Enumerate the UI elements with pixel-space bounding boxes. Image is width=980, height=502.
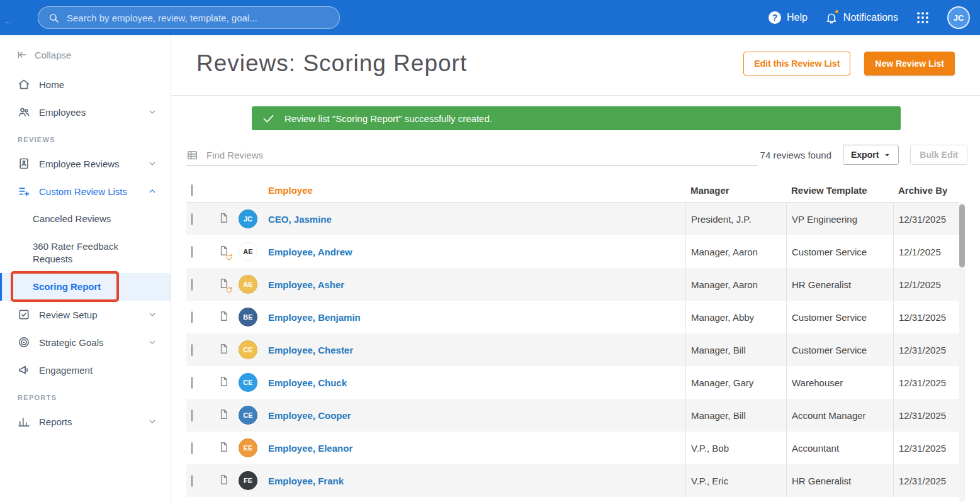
archive-by-cell: 12/31/2025 xyxy=(893,366,959,399)
employee-link[interactable]: Employee, Frank xyxy=(268,476,344,486)
row-checkbox[interactable] xyxy=(191,213,193,225)
employee-avatar: AE xyxy=(239,275,257,294)
review-doc-icon[interactable] xyxy=(218,477,229,488)
review-template-cell: Customer Service xyxy=(786,301,893,333)
review-doc-icon[interactable] xyxy=(218,379,229,390)
column-header-employee[interactable]: Employee xyxy=(262,185,685,196)
manager-cell: Manager, Aaron xyxy=(685,235,786,268)
column-header-manager[interactable]: Manager xyxy=(685,185,786,196)
collapse-arrow-icon xyxy=(16,49,28,60)
row-checkbox[interactable] xyxy=(191,311,193,323)
manager-cell: Manager, Gary xyxy=(685,366,786,399)
sidebar-item-strategic-goals[interactable]: Strategic Goals xyxy=(0,328,171,356)
refresh-icon xyxy=(225,254,233,261)
review-template-cell: HR Generalist xyxy=(786,268,893,301)
success-banner: Review list "Scoring Report" successfull… xyxy=(252,106,901,130)
manager-cell: V.P., Bob xyxy=(685,432,786,464)
review-doc-icon[interactable] xyxy=(218,445,229,455)
manager-cell: Manager, Aaron xyxy=(685,268,786,301)
chevron-down-icon xyxy=(148,159,157,168)
review-doc-icon[interactable] xyxy=(218,314,229,325)
scrollbar-thumb[interactable] xyxy=(959,204,965,267)
collapse-label: Collapse xyxy=(35,50,71,60)
select-all-checkbox[interactable] xyxy=(191,184,193,196)
review-setup-icon xyxy=(18,308,30,321)
employee-link[interactable]: Employee, Chester xyxy=(268,345,353,355)
archive-by-cell: 12/31/2025 xyxy=(893,203,959,235)
table-row: FE Employee, Frank V.P., Eric HR General… xyxy=(186,464,959,497)
export-button[interactable]: Export xyxy=(843,145,899,165)
sidebar-item-home[interactable]: Home xyxy=(0,70,171,98)
refresh-icon xyxy=(225,286,233,294)
doc-icon xyxy=(218,310,229,323)
sidebar-item-label: Home xyxy=(39,79,64,90)
review-template-cell: Warehouser xyxy=(786,366,893,399)
row-checkbox[interactable] xyxy=(191,475,193,487)
sidebar-item-custom-review-lists[interactable]: Custom Review Lists xyxy=(0,177,171,205)
apps-grid-icon[interactable] xyxy=(916,11,930,25)
employee-link[interactable]: Employee, Benjamin xyxy=(268,312,361,323)
row-checkbox[interactable] xyxy=(191,344,193,356)
employee-link[interactable]: Employee, Eleanor xyxy=(268,443,352,454)
archive-by-cell: 12/31/2025 xyxy=(893,464,959,497)
sidebar: Collapse Home EmployeesREVIEWS Employee … xyxy=(0,35,171,502)
table-row: BE Employee, Benjamin Manager, Abby Cust… xyxy=(186,301,959,333)
review-doc-icon[interactable] xyxy=(218,347,229,357)
employee-link[interactable]: Employee, Andrew xyxy=(268,247,352,257)
bulk-edit-button[interactable]: Bulk Edit xyxy=(910,145,967,165)
find-reviews-input[interactable] xyxy=(206,150,758,160)
review-doc-icon[interactable] xyxy=(218,248,229,259)
notifications-button[interactable]: Notifications xyxy=(825,11,898,25)
table-row: AE Employee, Andrew Manager, Aaron Custo… xyxy=(186,235,959,268)
help-button[interactable]: ? Help xyxy=(769,11,808,24)
column-header-review-template[interactable]: Review Template xyxy=(786,185,893,196)
sidebar-subitem-canceled-reviews[interactable]: Canceled Reviews xyxy=(0,205,171,233)
find-reviews-field[interactable] xyxy=(186,149,758,166)
sidebar-item-employee-reviews[interactable]: Employee Reviews xyxy=(0,150,171,177)
employee-reviews-icon xyxy=(18,157,30,170)
table-row: JC CEO, Jasmine President, J.P. VP Engin… xyxy=(186,203,959,235)
review-doc-icon[interactable] xyxy=(218,216,229,226)
reports-icon xyxy=(18,415,30,428)
sidebar-item-label: Reports xyxy=(39,416,72,427)
employee-link[interactable]: Employee, Asher xyxy=(268,279,344,290)
doc-icon xyxy=(218,408,229,421)
sidebar-item-engagement[interactable]: Engagement xyxy=(0,356,171,384)
vertical-scrollbar[interactable] xyxy=(959,203,965,502)
global-search-input[interactable] xyxy=(67,13,329,23)
check-icon xyxy=(262,112,275,125)
review-template-cell: Customer Service xyxy=(786,333,893,366)
global-search[interactable] xyxy=(38,6,340,29)
review-doc-icon[interactable] xyxy=(218,281,229,292)
help-icon: ? xyxy=(769,11,781,24)
new-review-list-button[interactable]: New Review List xyxy=(864,52,955,75)
review-doc-icon[interactable] xyxy=(218,412,229,423)
row-checkbox[interactable] xyxy=(191,279,193,291)
column-header-archive-by[interactable]: Archive By xyxy=(893,185,959,196)
employee-link[interactable]: CEO, Jasmine xyxy=(268,214,332,225)
archive-by-cell: 12/1/2025 xyxy=(893,235,959,268)
archive-by-cell: 12/1/2025 xyxy=(893,268,959,301)
manager-cell: Manager, Bill xyxy=(685,333,786,366)
table-header-row: Employee Manager Review Template Archive… xyxy=(186,179,959,203)
row-checkbox[interactable] xyxy=(191,246,193,258)
sidebar-subitem-label: Scoring Report xyxy=(33,281,101,292)
employee-avatar: CE xyxy=(239,340,257,359)
sidebar-section-reviews: REVIEWS xyxy=(0,126,171,150)
sidebar-item-reports[interactable]: Reports xyxy=(0,408,171,435)
employee-avatar: FE xyxy=(239,471,257,490)
employee-link[interactable]: Employee, Chuck xyxy=(268,377,347,388)
sidebar-subitem-360-rater-feedback-requests[interactable]: 360 Rater Feedback Requests xyxy=(0,233,171,273)
search-icon xyxy=(48,13,59,23)
row-checkbox[interactable] xyxy=(191,410,193,421)
user-avatar[interactable]: JC xyxy=(947,6,970,29)
edit-review-list-button[interactable]: Edit this Review List xyxy=(743,52,850,75)
collapse-button[interactable]: Collapse xyxy=(0,35,171,70)
sidebar-subitem-scoring-report[interactable]: Scoring Report xyxy=(0,273,171,301)
sidebar-item-review-setup[interactable]: Review Setup xyxy=(0,301,171,328)
sidebar-item-employees[interactable]: Employees xyxy=(0,98,171,126)
row-checkbox[interactable] xyxy=(191,442,193,454)
engagement-icon xyxy=(18,364,30,376)
employee-link[interactable]: Employee, Cooper xyxy=(268,410,351,421)
row-checkbox[interactable] xyxy=(191,377,193,389)
